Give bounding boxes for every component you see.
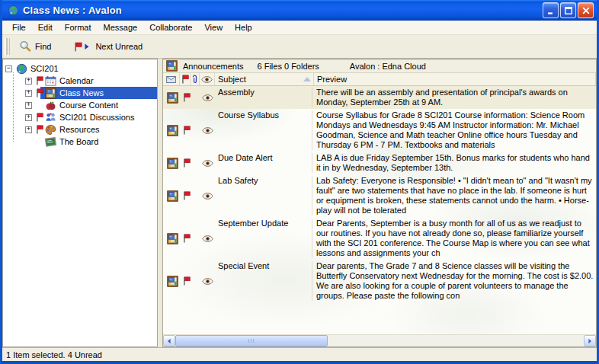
tree-item-label: Class News [57,88,106,98]
tree-root-label: SCI201 [28,63,61,74]
collapse-toggle[interactable]: − [5,65,12,72]
tree-item-sci201[interactable]: − SCI201 [4,62,157,75]
main-area: − SCI201 +Calendar+Class News+Course Con… [2,59,597,347]
resources-icon [45,124,56,136]
flag-icon [183,126,191,135]
h-scrollbar[interactable] [163,334,596,346]
tree-item-calendar[interactable]: +Calendar [4,75,157,87]
message-item-icon [163,261,181,301]
message-row[interactable]: Due Date AlertLAB A is due Friday Septem… [163,152,596,174]
expand-toggle[interactable]: + [25,78,32,85]
tree-item-resources[interactable]: +Resources [4,123,157,136]
flag-icon [181,75,189,84]
message-row[interactable]: Course SyllabusCourse Syllabus for Grade… [163,109,596,152]
column-subject[interactable]: Subject [215,73,314,85]
scroll-right-button[interactable] [584,335,596,346]
board-icon [45,136,56,148]
menu-file[interactable]: File [6,21,32,34]
eye-icon [202,235,213,242]
scroll-track[interactable] [328,335,584,346]
unread-flag-icon [181,219,191,258]
unread-flag-icon [181,110,191,150]
unread-flag-icon [34,125,44,134]
window-title: Class News : Avalon [23,5,543,16]
menu-view[interactable]: View [198,21,229,34]
tree-item-class-news[interactable]: +Class News [4,87,157,99]
find-label: Find [35,42,51,51]
tree-item-the-board[interactable]: +The Board [4,136,157,148]
column-viewed[interactable] [200,73,215,85]
expand-toggle[interactable]: + [25,102,32,109]
app-window: Class News : Avalon FileEditFormatMessag… [0,0,599,364]
tree-item-label: The Board [57,136,101,147]
viewed-eye-icon [200,88,215,107]
column-envelope[interactable] [163,73,180,85]
unread-flag-icon [181,176,191,216]
flag-icon [36,76,43,85]
globe-icon [6,4,20,18]
column-flag[interactable] [180,73,191,85]
message-subject: Lab Safety [215,176,312,216]
column-header: Subject Preview [163,73,596,86]
envelope-icon [166,76,176,83]
next-unread-label: Next Unread [95,42,143,51]
content-panel: Announcements 6 Files 0 Folders Avalon :… [162,59,597,347]
maximize-button[interactable] [560,2,576,18]
message-item-icon [163,88,181,107]
menu-collaborate[interactable]: Collaborate [143,21,198,34]
message-row[interactable]: AssemblyThere will be an assembly and pr… [163,86,596,109]
panel-context: Avalon : Edna Cloud [350,62,426,71]
panel-header: Announcements 6 Files 0 Folders Avalon :… [163,59,596,73]
viewed-eye-icon [200,153,215,173]
menubar: FileEditFormatMessageCollaborateViewHelp [2,21,597,35]
paperclip-icon [191,75,198,85]
viewed-eye-icon [200,110,215,150]
flag-icon [183,158,191,168]
menu-format[interactable]: Format [59,21,98,34]
message-row[interactable]: September UpdateDear Parents, September … [163,217,596,260]
news-icon [167,276,178,287]
message-row[interactable]: Special EventDear parents, The Grade 7 a… [163,260,596,302]
column-preview[interactable]: Preview [314,73,596,85]
message-subject: Due Date Alert [215,153,312,173]
message-row[interactable]: Lab SafetyLab Safety: Everyone is Respon… [163,174,596,217]
tree-item-course-content[interactable]: +Course Content [4,99,157,111]
scroll-left-button[interactable] [163,335,175,346]
eye-icon [202,160,213,167]
subject-header-label: Subject [218,75,246,84]
message-preview: LAB A is due Friday September 15th. Bonu… [312,153,596,173]
column-attachment[interactable] [191,73,200,85]
panel-title: Announcements [183,62,244,71]
scroll-thumb[interactable] [175,335,328,346]
minimize-button[interactable] [543,2,559,18]
toolbar-grip[interactable] [5,38,10,55]
close-button[interactable] [578,2,594,18]
menu-message[interactable]: Message [98,21,144,34]
next-unread-button[interactable]: Next Unread [68,40,149,54]
flag-icon [183,191,191,200]
menu-edit[interactable]: Edit [32,21,59,34]
tree-item-sci201-discussions[interactable]: +SCI201 Discussions [4,111,157,123]
menu-help[interactable]: Help [229,21,258,34]
attachment-cell [191,110,200,150]
tree-item-label: Course Content [57,100,120,110]
titlebar[interactable]: Class News : Avalon [2,0,597,21]
flag-icon [36,125,43,134]
unread-flag-icon [181,153,191,173]
preview-header-label: Preview [317,75,347,84]
message-preview: Lab Safety: Everyone is Responsible! • "… [312,176,596,216]
expand-toggle[interactable]: + [25,126,32,133]
find-button[interactable]: Find [13,38,57,55]
expand-toggle[interactable]: + [25,90,32,97]
eye-icon [202,193,213,200]
course-icon [45,100,56,111]
eye-icon [202,127,213,134]
attachment-cell [191,176,200,216]
attachment-cell [191,219,200,258]
message-preview: Dear parents, The Grade 7 and 8 Science … [312,261,596,301]
toolbar: Find Next Unread [2,35,597,59]
message-item-icon [163,153,181,173]
discussions-icon [45,112,56,123]
expand-toggle[interactable]: + [25,114,32,121]
sort-ascending-icon [303,77,311,81]
